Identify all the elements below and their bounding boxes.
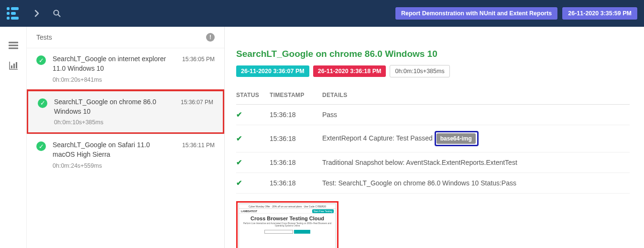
col-details: DETAILS <box>322 92 630 105</box>
check-icon: ✔ <box>236 158 242 166</box>
log-detail: Traditional Snapshot below: AventStack.E… <box>322 152 630 173</box>
tests-panel: Tests ! ✓ SearchLT_Google on internet ex… <box>27 27 225 248</box>
info-icon[interactable]: ! <box>206 33 215 42</box>
search-icon[interactable] <box>51 8 63 19</box>
snapshot-brand: LAMBDATEST <box>241 210 257 213</box>
status-pass-icon: ✓ <box>36 141 46 151</box>
chart-view-icon[interactable] <box>8 60 19 71</box>
snapshot-inner: Cyber Monday Offer · 20% off on our annu… <box>239 204 336 248</box>
test-name: SearchLT_Google on Safari 11.0 macOS Hig… <box>53 140 175 160</box>
check-icon: ✔ <box>236 179 242 187</box>
test-item-2[interactable]: ✓ SearchLT_Google on Safari 11.0 macOS H… <box>27 134 224 176</box>
duration-pill: 0h:0m:10s+385ms <box>390 65 449 77</box>
snapshot-topbar: Cyber Monday Offer · 20% off on our annu… <box>239 204 336 209</box>
log-table: STATUS TIMESTAMP DETAILS ✔ 15:36:18 Pass… <box>236 92 630 194</box>
app-header: Report Demonstration with NUnit and Exte… <box>0 0 644 27</box>
start-time-pill: 26-11-2020 3:36:07 PM <box>236 65 309 77</box>
pill-row: 26-11-2020 3:36:07 PM 26-11-2020 3:36:18… <box>236 65 630 77</box>
tests-panel-title: Tests <box>36 33 52 41</box>
chevron-right-icon[interactable] <box>31 8 43 19</box>
snapshot-sub: Perform Live Interactive and Automated C… <box>239 222 336 227</box>
log-detail-text: ExtentReport 4 Capture: Test Passed <box>322 134 433 142</box>
detail-panel: SearchLT_Google on chrome 86.0 Windows 1… <box>225 27 644 248</box>
detail-title: SearchLT_Google on chrome 86.0 Windows 1… <box>236 49 630 59</box>
test-time: 15:36:11 PM <box>182 140 215 149</box>
header-right: Report Demonstration with NUnit and Exte… <box>395 7 637 20</box>
header-left <box>7 7 63 20</box>
snapshot-button <box>294 230 310 234</box>
col-status: STATUS <box>236 92 270 105</box>
snapshot-nav-cta: Start Free Testing <box>312 209 334 213</box>
snapshot-main: Cross Browser Testing Cloud Perform Live… <box>239 214 336 248</box>
test-item-0[interactable]: ✓ SearchLT_Google on internet explorer 1… <box>27 48 224 90</box>
log-detail: Test: SearchLT_Google on chrome 86.0 Win… <box>322 173 630 194</box>
status-pass-icon: ✓ <box>38 98 47 108</box>
test-name: SearchLT_Google on internet explorer 11.… <box>53 54 175 74</box>
log-row: ✔ 15:36:18 Pass <box>236 105 630 125</box>
snapshot-form <box>264 230 310 234</box>
test-time: 15:36:07 PM <box>181 97 213 106</box>
snapshot-headline: Cross Browser Testing Cloud <box>251 216 324 221</box>
log-ts: 15:36:18 <box>270 105 322 125</box>
log-ts: 15:36:18 <box>270 125 322 152</box>
snapshot-input <box>264 230 293 234</box>
svg-rect-1 <box>11 65 12 68</box>
snapshot-nav: LAMBDATEST Start Free Testing <box>239 209 336 214</box>
test-duration: 0h:0m:10s+385ms <box>54 119 174 126</box>
test-duration: 0h:0m:20s+841ms <box>53 76 175 83</box>
svg-rect-3 <box>16 62 17 68</box>
test-name: SearchLT_Google on chrome 86.0 Windows 1… <box>54 97 174 117</box>
log-ts: 15:36:18 <box>270 152 322 173</box>
tests-panel-header: Tests ! <box>27 27 224 48</box>
status-pass-icon: ✓ <box>36 55 46 65</box>
logo-icon[interactable] <box>7 7 19 20</box>
snapshot-thumbnail[interactable]: Cyber Monday Offer · 20% off on our annu… <box>236 201 338 248</box>
base64-img-highlight: base64-img <box>435 131 479 146</box>
log-row: ✔ 15:36:18 ExtentReport 4 Capture: Test … <box>236 125 630 152</box>
end-time-pill: 26-11-2020 3:36:18 PM <box>313 65 386 77</box>
test-item-1[interactable]: ✓ SearchLT_Google on chrome 86.0 Windows… <box>27 89 225 135</box>
col-timestamp: TIMESTAMP <box>270 92 322 105</box>
report-title-badge: Report Demonstration with NUnit and Exte… <box>395 7 557 20</box>
test-duration: 0h:0m:24s+559ms <box>53 162 175 169</box>
svg-rect-2 <box>13 64 15 68</box>
log-detail: ExtentReport 4 Capture: Test Passed base… <box>322 125 630 152</box>
list-view-icon[interactable] <box>8 40 19 51</box>
log-detail: Pass <box>322 105 630 125</box>
log-row: ✔ 15:36:18 Test: SearchLT_Google on chro… <box>236 173 630 194</box>
clock-badge: 26-11-2020 3:35:59 PM <box>562 7 637 20</box>
base64-img-chip[interactable]: base64-img <box>437 133 476 144</box>
log-row: ✔ 15:36:18 Traditional Snapshot below: A… <box>236 152 630 173</box>
log-ts: 15:36:18 <box>270 173 322 194</box>
check-icon: ✔ <box>236 134 242 142</box>
test-time: 15:36:05 PM <box>182 54 215 63</box>
left-rail <box>0 27 27 248</box>
check-icon: ✔ <box>236 110 242 119</box>
